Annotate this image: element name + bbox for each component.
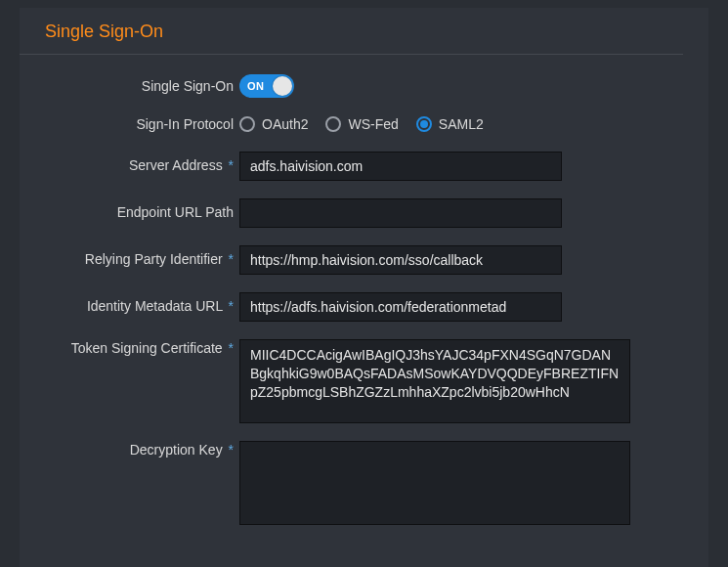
- radio-circle-icon: [239, 116, 255, 132]
- label-protocol: Sign-In Protocol: [20, 115, 239, 134]
- identity-metadata-url-input[interactable]: [239, 292, 562, 322]
- endpoint-url-path-input[interactable]: [239, 198, 562, 228]
- radio-wsfed[interactable]: WS-Fed: [325, 116, 398, 132]
- required-marker: *: [227, 340, 234, 356]
- radio-oauth2[interactable]: OAuth2: [239, 116, 308, 132]
- label-text: Endpoint URL Path: [117, 204, 234, 220]
- required-marker: *: [227, 251, 234, 267]
- radio-label: OAuth2: [262, 116, 308, 132]
- row-server-address: Server Address *: [20, 152, 683, 181]
- label-text: Sign-In Protocol: [136, 116, 234, 132]
- toggle-on-label: ON: [239, 80, 265, 92]
- label-token-signing-certificate: Token Signing Certificate *: [20, 339, 239, 358]
- server-address-input[interactable]: [239, 152, 562, 181]
- label-identity-metadata-url: Identity Metadata URL *: [20, 297, 239, 316]
- row-protocol: Sign-In Protocol OAuth2 WS-Fed SAML2: [20, 115, 683, 134]
- decryption-key-input[interactable]: [239, 441, 630, 525]
- label-server-address: Server Address *: [20, 156, 239, 175]
- required-marker: *: [227, 157, 234, 173]
- row-token-signing-certificate: Token Signing Certificate *: [20, 339, 683, 423]
- toggle-knob: [273, 76, 292, 96]
- radio-label: WS-Fed: [348, 116, 398, 132]
- label-text: Decryption Key: [130, 442, 223, 458]
- label-text: Identity Metadata URL: [87, 298, 223, 314]
- sso-toggle[interactable]: ON: [239, 74, 294, 98]
- label-sso-toggle: Single Sign-On: [20, 77, 239, 96]
- row-endpoint-url-path: Endpoint URL Path: [20, 198, 683, 228]
- page-title: Single Sign-On: [20, 22, 683, 55]
- required-marker: *: [227, 298, 234, 314]
- label-decryption-key: Decryption Key *: [20, 441, 239, 459]
- label-text: Relying Party Identifier: [85, 251, 223, 267]
- radio-saml2[interactable]: SAML2: [416, 116, 484, 132]
- radio-circle-icon: [325, 116, 341, 132]
- label-relying-party-identifier: Relying Party Identifier *: [20, 250, 239, 269]
- row-relying-party-identifier: Relying Party Identifier *: [20, 245, 683, 275]
- row-decryption-key: Decryption Key *: [20, 441, 683, 525]
- token-signing-certificate-input[interactable]: [239, 339, 630, 423]
- radio-label: SAML2: [439, 116, 484, 132]
- radio-circle-icon: [416, 116, 432, 132]
- required-marker: *: [227, 442, 234, 458]
- label-text: Token Signing Certificate: [71, 340, 223, 356]
- label-endpoint-url-path: Endpoint URL Path: [20, 203, 239, 222]
- relying-party-identifier-input[interactable]: [239, 245, 562, 275]
- sso-settings-panel: Single Sign-On Single Sign-On ON Sign-In…: [20, 8, 708, 567]
- label-text: Server Address: [129, 157, 223, 173]
- label-text: Single Sign-On: [142, 78, 234, 94]
- protocol-options: OAuth2 WS-Fed SAML2: [239, 116, 683, 132]
- row-identity-metadata-url: Identity Metadata URL *: [20, 292, 683, 322]
- row-sso-toggle: Single Sign-On ON: [20, 74, 683, 98]
